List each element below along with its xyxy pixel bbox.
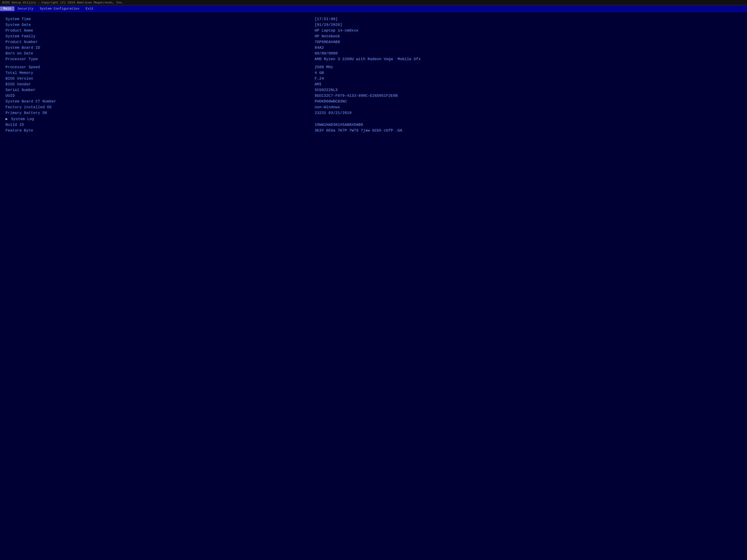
row-label-18: ▶ System Log — [5, 116, 315, 122]
row-label-17: Primary Battery SN — [5, 110, 315, 116]
row-label-2: Product Name — [5, 28, 315, 33]
row-label-19: Build ID — [5, 122, 315, 128]
row-value-19: 18WW1HAD301#SAB8#DAB8 — [315, 122, 742, 128]
row-value-1: [01/29/2020] — [315, 22, 742, 28]
row-label-6: Born on Date — [5, 51, 315, 56]
row-value-3: HP Notebook — [315, 33, 742, 39]
row-label-9: Processor Speed — [5, 64, 315, 70]
info-row-19: Build ID18WW1HAD301#SAB8#DAB8 — [5, 122, 742, 128]
bios-topbar: BIOS Setup Utility - Copyright (C) 2019 … — [0, 0, 747, 5]
info-row-9: Processor Speed2500 MHz — [5, 64, 742, 70]
row-label-7: Processor Type — [5, 56, 315, 62]
row-value-7: AMD Ryzen 3 2200U with Radeon Vega Mobil… — [315, 56, 742, 62]
menu-item-system-configuration[interactable]: System Configuration — [36, 6, 83, 11]
bios-content: System Time[17:51:00]System Date[01/29/2… — [0, 12, 747, 560]
row-label-0: System Time — [5, 16, 315, 22]
info-row-15: System Board CT NumberPHDKR00WBCB3NC — [5, 99, 742, 104]
row-value-11: F.24 — [315, 76, 742, 81]
row-label-4: Product Number — [5, 39, 315, 45]
info-table: System Time[17:51:00]System Date[01/29/2… — [5, 16, 742, 133]
row-value-5: 84A2 — [315, 45, 742, 51]
row-value-4: 7GP60EA#AB8 — [315, 39, 742, 45]
empty-cell-value — [315, 62, 742, 64]
row-value-14: 8EEC32C7-F079-4133-890C-E26D951F2E0B — [315, 93, 742, 99]
row-value-12: AMI — [315, 81, 742, 87]
info-row-7: Processor TypeAMD Ryzen 3 2200U with Rad… — [5, 56, 742, 62]
info-row-1: System Date[01/29/2020] — [5, 22, 742, 28]
info-row-17: Primary Battery SN23231 03/21/2019 — [5, 110, 742, 116]
row-label-5: System Board ID — [5, 45, 315, 51]
row-label-13: Serial Number — [5, 87, 315, 93]
info-row-0: System Time[17:51:00] — [5, 16, 742, 22]
menu-item-security[interactable]: Security — [15, 6, 36, 11]
info-row-10: Total Memory4 GB — [5, 70, 742, 76]
info-row-11: BIOS VersionF.24 — [5, 76, 742, 81]
info-row-2: Product NameHP Laptop 14-cm0xxx — [5, 28, 742, 33]
empty-cell — [5, 62, 315, 64]
row-label-15: System Board CT Number — [5, 99, 315, 104]
row-label-10: Total Memory — [5, 70, 315, 76]
menu-item-exit[interactable]: Exit — [82, 6, 97, 11]
info-row-20: Feature Byte3K3Y 6E6a 7K7P 7W7d 7jaw bCb… — [5, 128, 742, 133]
row-value-2: HP Laptop 14-cm0xxx — [315, 28, 742, 33]
info-row-4: Product Number7GP60EA#AB8 — [5, 39, 742, 45]
row-value-17: 23231 03/21/2019 — [315, 110, 742, 116]
row-label-16: Factory installed OS — [5, 104, 315, 110]
info-row-14: UUID8EEC32C7-F079-4133-890C-E26D951F2E0B — [5, 93, 742, 99]
row-value-16: non-Windows — [315, 104, 742, 110]
row-label-11: BIOS Version — [5, 76, 315, 81]
info-row-6: Born on Date00/00/0000 — [5, 51, 742, 56]
arrow-icon: ▶ — [5, 117, 10, 121]
menu-bar: MainSecuritySystem ConfigurationExit — [0, 5, 747, 12]
info-row-16: Factory installed OSnon-Windows — [5, 104, 742, 110]
row-value-9: 2500 MHz — [315, 64, 742, 70]
row-value-0: [17:51:00] — [315, 16, 742, 22]
row-label-14: UUID — [5, 93, 315, 99]
info-row-18: ▶ System Log — [5, 116, 742, 122]
bios-topbar-text: BIOS Setup Utility - Copyright (C) 2019 … — [2, 1, 124, 4]
info-row-12: BIOS VendorAMI — [5, 81, 742, 87]
menu-item-main[interactable]: Main — [0, 6, 15, 11]
row-label-1: System Date — [5, 22, 315, 28]
row-label-20: Feature Byte — [5, 128, 315, 133]
info-row-5: System Board ID84A2 — [5, 45, 742, 51]
info-row-3: System FamilyHP Notebook — [5, 33, 742, 39]
row-value-20: 3K3Y 6E6a 7K7P 7W7d 7jaw bCbh cbfP .GA — [315, 128, 742, 133]
row-label-12: BIOS Vendor — [5, 81, 315, 87]
row-label-3: System Family — [5, 33, 315, 39]
row-value-6: 00/00/0000 — [315, 51, 742, 56]
info-row-13: Serial Number5CG9222NL3 — [5, 87, 742, 93]
row-value-13: 5CG9222NL3 — [315, 87, 742, 93]
row-value-18 — [315, 116, 742, 122]
row-value-15: PHDKR00WBCB3NC — [315, 99, 742, 104]
row-value-10: 4 GB — [315, 70, 742, 76]
info-row-8 — [5, 62, 742, 64]
